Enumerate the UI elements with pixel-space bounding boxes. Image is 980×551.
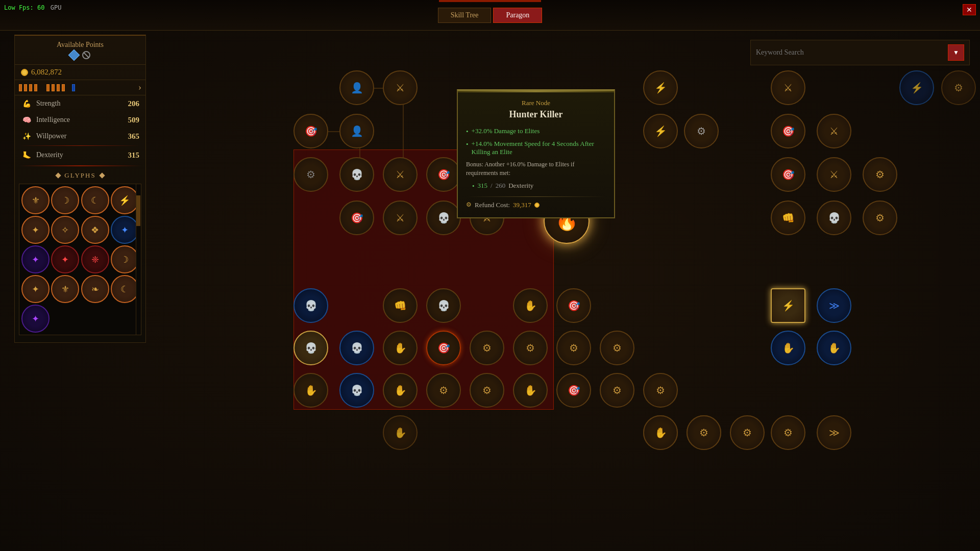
node-right-blue-1[interactable]: ≫ — [817, 288, 851, 323]
node-bottom-left-1[interactable]: ✋ — [383, 415, 418, 450]
node-bottom-4[interactable]: ⚙ — [771, 415, 805, 450]
tooltip-bullet-1-text: +32.0% Damage to Elites — [472, 127, 540, 135]
node-right-3[interactable]: ⚙ — [863, 157, 897, 192]
glyph-3[interactable]: ☾ — [81, 186, 109, 214]
node-r3-2[interactable]: 💀 — [339, 157, 374, 192]
glyph-2[interactable]: ☽ — [51, 186, 79, 214]
node-r5-2[interactable]: 👊 — [383, 288, 418, 323]
node-r3-4[interactable]: 🎯 — [426, 157, 461, 192]
node-top-2[interactable]: ⚔ — [383, 70, 418, 105]
willpower-label: Willpower — [36, 132, 124, 140]
node-skull-blue[interactable]: 💀 — [339, 331, 374, 365]
node-right-blue-2[interactable]: ✋ — [771, 331, 805, 365]
node-bottom-1[interactable]: ✋ — [643, 415, 678, 450]
node-r7-5[interactable]: ⚙ — [470, 373, 504, 408]
glyph-8[interactable]: ✦ — [111, 216, 139, 244]
close-button[interactable]: ✕ — [963, 4, 976, 15]
node-r5-5[interactable]: 🎯 — [556, 288, 591, 323]
node-skull-gold-1[interactable]: 💀 — [293, 331, 328, 365]
node-r2-6[interactable]: 🎯 — [771, 114, 805, 148]
node-r6-8[interactable]: ⚙ — [600, 331, 634, 365]
bullet-dot-2: • — [466, 140, 469, 148]
node-bottom-2[interactable]: ⚙ — [687, 415, 721, 450]
dexterity-value: 315 — [128, 151, 140, 160]
glyph-16[interactable]: ☾ — [111, 275, 139, 303]
node-r6-7[interactable]: ⚙ — [556, 331, 591, 365]
node-r7-7[interactable]: 🎯 — [556, 373, 591, 408]
glyph-13[interactable]: ✦ — [21, 275, 50, 303]
glyph-5[interactable]: ✦ — [21, 216, 50, 244]
node-r3-3[interactable]: ⚔ — [383, 157, 418, 192]
glyph-scrollbar[interactable] — [136, 184, 141, 335]
intelligence-label: Intelligence — [36, 116, 124, 124]
node-right-6[interactable]: ⚙ — [863, 201, 897, 235]
glyph-scrollbar-thumb[interactable] — [136, 195, 140, 226]
glyph-7[interactable]: ❖ — [81, 216, 109, 244]
node-r5-3[interactable]: 💀 — [426, 288, 461, 323]
strength-value: 206 — [128, 99, 140, 108]
node-top-3[interactable]: ⚡ — [643, 70, 678, 105]
bullet-dot-1: • — [466, 128, 469, 136]
paragon-tab[interactable]: Paragon — [493, 8, 542, 23]
node-r7-3[interactable]: ✋ — [383, 373, 418, 408]
glyph-9[interactable]: ✦ — [21, 245, 50, 273]
node-right-1[interactable]: 🎯 — [771, 157, 805, 192]
node-r4-1[interactable]: 🎯 — [339, 201, 374, 235]
node-r2-5[interactable]: ⚙ — [684, 114, 719, 148]
node-top-1[interactable]: 👤 — [339, 70, 374, 105]
node-r7-4[interactable]: ⚙ — [426, 373, 461, 408]
node-top-4[interactable]: ⚔ — [771, 70, 805, 105]
glyph-6[interactable]: ✧ — [51, 216, 79, 244]
node-r5-1[interactable]: 💀 — [293, 288, 328, 323]
node-r2-7[interactable]: ⚔ — [817, 114, 851, 148]
node-r6-5[interactable]: ⚙ — [470, 331, 504, 365]
node-r4-3[interactable]: 💀 — [426, 201, 461, 235]
node-edge-2[interactable]: ⚡ — [899, 70, 934, 105]
node-right-blue-3[interactable]: ✋ — [817, 331, 851, 365]
tooltip-bullet-2: • +14.0% Movement Speed for 4 Seconds Af… — [466, 140, 606, 156]
progress-bar — [439, 0, 541, 2]
glyph-1[interactable]: ⚜ — [21, 186, 50, 214]
node-r6-3[interactable]: ✋ — [383, 331, 418, 365]
node-r7-2[interactable]: 💀 — [339, 373, 374, 408]
node-r7-9[interactable]: ⚙ — [643, 373, 678, 408]
keyword-search: ▼ — [750, 40, 970, 65]
node-r7-6[interactable]: ✋ — [513, 373, 548, 408]
arrow-right-icon[interactable]: › — [138, 82, 141, 93]
node-r4-2[interactable]: ⚔ — [383, 201, 418, 235]
glyph-15[interactable]: ❧ — [81, 275, 109, 303]
node-r2-1[interactable]: 🎯 — [293, 114, 328, 148]
stat-row-dexterity: 🦶 Dexterity 315 — [15, 147, 145, 163]
bar-1 — [19, 84, 22, 91]
node-selected-center[interactable]: ⚡ — [643, 114, 678, 148]
glyph-4[interactable]: ⚡ — [111, 186, 139, 214]
node-right-5[interactable]: 💀 — [817, 201, 851, 235]
node-r6-4-active[interactable]: 🎯 — [426, 331, 461, 365]
node-r2-2[interactable]: 👤 — [339, 114, 374, 148]
dexterity-label: Dexterity — [36, 151, 124, 159]
no-points-icon — [82, 51, 90, 59]
glyph-17[interactable]: ✦ — [21, 305, 50, 333]
node-edge-1[interactable]: ⚙ — [941, 70, 976, 105]
node-selected-box[interactable]: ⚡ — [771, 288, 805, 323]
node-bottom-3[interactable]: ⚙ — [730, 415, 765, 450]
search-dropdown-button[interactable]: ▼ — [948, 44, 964, 61]
node-r6-6[interactable]: ⚙ — [513, 331, 548, 365]
gold-coin-icon — [21, 69, 28, 76]
glyph-10[interactable]: ✦ — [51, 245, 79, 273]
skill-tree-tab[interactable]: Skill Tree — [438, 8, 492, 23]
glyph-14[interactable]: ⚜ — [51, 275, 79, 303]
stats-section: 💪 Strength 206 🧠 Intelligence 509 ✨ Will… — [15, 95, 145, 163]
node-r5-4[interactable]: ✋ — [513, 288, 548, 323]
intelligence-icon: 🧠 — [21, 114, 32, 126]
node-right-4[interactable]: 👊 — [771, 201, 805, 235]
node-r3-1[interactable]: ⚙ — [293, 157, 328, 192]
glyph-12[interactable]: ☽ — [111, 245, 139, 273]
keyword-search-input[interactable] — [756, 48, 948, 57]
glyph-11[interactable]: ❈ — [81, 245, 109, 273]
node-r7-1[interactable]: ✋ — [293, 373, 328, 408]
node-r7-8[interactable]: ⚙ — [600, 373, 634, 408]
node-right-2[interactable]: ⚔ — [817, 157, 851, 192]
req-current: 315 — [478, 182, 488, 190]
node-bottom-5[interactable]: ≫ — [817, 415, 851, 450]
